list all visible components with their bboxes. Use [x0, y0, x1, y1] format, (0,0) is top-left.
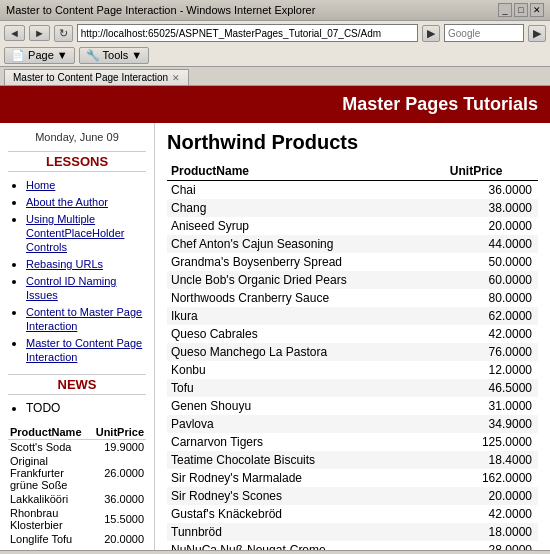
- product-table-row: Genen Shouyu31.0000: [167, 397, 538, 415]
- minimize-btn[interactable]: _: [498, 3, 512, 17]
- product-name: NuNuCa Nuß-Nougat-Creme: [167, 541, 446, 550]
- product-table-row: Chang38.0000: [167, 199, 538, 217]
- product-price: 20.0000: [446, 217, 538, 235]
- product-name: Queso Cabrales: [167, 325, 446, 343]
- col-productname: ProductName: [167, 162, 446, 181]
- sidebar: Monday, June 09 LESSONS Home About the A…: [0, 123, 155, 550]
- product-name: Northwoods Cranberry Sauce: [167, 289, 446, 307]
- product-price: 36.0000: [446, 181, 538, 200]
- product-name: Gustaf's Knäckebröd: [167, 505, 446, 523]
- product-price: 42.0000: [446, 325, 538, 343]
- list-item: Using Multiple ContentPlaceHolder Contro…: [26, 212, 146, 254]
- product-table-row: Tunnbröd18.0000: [167, 523, 538, 541]
- product-name: Genen Shouyu: [167, 397, 446, 415]
- product-name: Ikura: [167, 307, 446, 325]
- news-unit-price: 20.0000: [94, 532, 146, 546]
- content-to-master-link[interactable]: Content to Master Page Interaction: [26, 306, 142, 332]
- multiple-link[interactable]: Using Multiple ContentPlaceHolder Contro…: [26, 213, 124, 253]
- news-col-productname: ProductName: [8, 425, 94, 440]
- news-product-name: Scott's Soda: [8, 440, 94, 455]
- go-button[interactable]: ▶: [422, 25, 440, 42]
- product-name: Konbu: [167, 361, 446, 379]
- header-title: Master Pages Tutorials: [342, 94, 538, 114]
- product-name: Grandma's Boysenberry Spread: [167, 253, 446, 271]
- news-section: NEWS TODO ProductName UnitPrice Scott's …: [8, 374, 146, 550]
- product-price: 62.0000: [446, 307, 538, 325]
- product-table-row: Ikura62.0000: [167, 307, 538, 325]
- product-price: 12.0000: [446, 361, 538, 379]
- refresh-button[interactable]: ↻: [54, 25, 73, 42]
- content-title: Northwind Products: [167, 131, 538, 154]
- tab-bar: Master to Content Page Interaction ✕: [0, 67, 550, 86]
- product-price: 162.0000: [446, 469, 538, 487]
- product-price: 44.0000: [446, 235, 538, 253]
- product-price: 125.0000: [446, 433, 538, 451]
- product-price: 38.0000: [446, 199, 538, 217]
- status-bar: Products.aspx 🌐 Internet | Protected Mod…: [0, 550, 550, 554]
- browser-title: Master to Content Page Interaction - Win…: [6, 4, 315, 16]
- product-table-row: Carnarvon Tigers125.0000: [167, 433, 538, 451]
- toolbar: 📄 Page ▼ 🔧 Tools ▼: [0, 45, 550, 67]
- tab-label: Master to Content Page Interaction: [13, 72, 168, 83]
- search-input[interactable]: [444, 24, 524, 42]
- product-table-row: Northwoods Cranberry Sauce80.0000: [167, 289, 538, 307]
- product-table-row: Tofu46.5000: [167, 379, 538, 397]
- news-list: TODO: [8, 401, 146, 415]
- news-unit-price: 26.0000: [94, 454, 146, 492]
- product-name: Sir Rodney's Marmalade: [167, 469, 446, 487]
- news-product-name: Rhonbrau Klosterbier: [8, 506, 94, 532]
- active-tab[interactable]: Master to Content Page Interaction ✕: [4, 69, 189, 85]
- list-item: About the Author: [26, 195, 146, 209]
- product-table-row: NuNuCa Nuß-Nougat-Creme28.0000: [167, 541, 538, 550]
- product-price: 50.0000: [446, 253, 538, 271]
- news-title: NEWS: [8, 374, 146, 395]
- product-table-row: Uncle Bob's Organic Dried Pears60.0000: [167, 271, 538, 289]
- address-bar: ◄ ► ↻ ▶ ▶: [0, 21, 550, 45]
- close-btn[interactable]: ✕: [530, 3, 544, 17]
- news-unit-price: 19.9000: [94, 440, 146, 455]
- address-input[interactable]: [77, 24, 418, 42]
- product-table-row: Chef Anton's Cajun Seasoning44.0000: [167, 235, 538, 253]
- content-area: Northwind Products ProductName UnitPrice…: [155, 123, 550, 550]
- page-header: Master Pages Tutorials: [0, 86, 550, 123]
- page-content: Master Pages Tutorials Monday, June 09 L…: [0, 86, 550, 550]
- tab-close-icon[interactable]: ✕: [172, 73, 180, 83]
- news-table-row: Rhonbrau Klosterbier15.5000: [8, 506, 146, 532]
- search-go-button[interactable]: ▶: [528, 25, 546, 42]
- product-price: 42.0000: [446, 505, 538, 523]
- product-name: Aniseed Syrup: [167, 217, 446, 235]
- news-table: ProductName UnitPrice Scott's Soda19.900…: [8, 425, 146, 546]
- product-table-row: Sir Rodney's Scones20.0000: [167, 487, 538, 505]
- news-product-name: Longlife Tofu: [8, 532, 94, 546]
- product-price: 28.0000: [446, 541, 538, 550]
- product-table-row: Chai36.0000: [167, 181, 538, 200]
- master-to-content-link[interactable]: Master to Content Page Interaction: [26, 337, 142, 363]
- news-col-unitprice: UnitPrice: [94, 425, 146, 440]
- product-name: Tunnbröd: [167, 523, 446, 541]
- window-controls[interactable]: _ □ ✕: [498, 3, 544, 17]
- control-id-link[interactable]: Control ID Naming Issues: [26, 275, 116, 301]
- restore-btn[interactable]: □: [514, 3, 528, 17]
- news-table-row: Lakkalikööri36.0000: [8, 492, 146, 506]
- tools-button[interactable]: 🔧 Tools ▼: [79, 47, 149, 64]
- page-button[interactable]: 📄 Page ▼: [4, 47, 75, 64]
- product-price: 80.0000: [446, 289, 538, 307]
- product-name: Chef Anton's Cajun Seasoning: [167, 235, 446, 253]
- product-name: Teatime Chocolate Biscuits: [167, 451, 446, 469]
- main-layout: Monday, June 09 LESSONS Home About the A…: [0, 123, 550, 550]
- product-name: Pavlova: [167, 415, 446, 433]
- product-name: Carnarvon Tigers: [167, 433, 446, 451]
- news-item: TODO: [26, 401, 146, 415]
- list-item: Rebasing URLs: [26, 257, 146, 271]
- product-name: Uncle Bob's Organic Dried Pears: [167, 271, 446, 289]
- about-link[interactable]: About the Author: [26, 196, 108, 208]
- back-button[interactable]: ◄: [4, 25, 25, 41]
- news-unit-price: 15.5000: [94, 506, 146, 532]
- product-price: 20.0000: [446, 487, 538, 505]
- product-table-row: Konbu12.0000: [167, 361, 538, 379]
- product-table-row: Grandma's Boysenberry Spread50.0000: [167, 253, 538, 271]
- forward-button[interactable]: ►: [29, 25, 50, 41]
- rebasing-link[interactable]: Rebasing URLs: [26, 258, 103, 270]
- product-table-row: Sir Rodney's Marmalade162.0000: [167, 469, 538, 487]
- home-link[interactable]: Home: [26, 179, 55, 191]
